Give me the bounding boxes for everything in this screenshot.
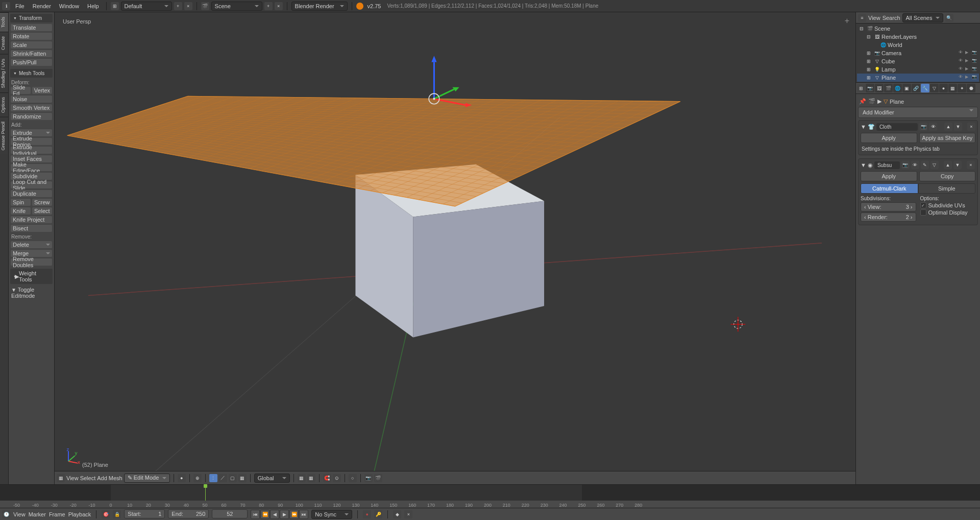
tab-texture[interactable]: ▦ (948, 84, 957, 92)
tab-grease[interactable]: Grease Pencil (0, 117, 8, 155)
tool-knife-project[interactable]: Knife Project (10, 216, 53, 224)
mod-render-icon[interactable]: 📷 (901, 161, 910, 169)
view-subdiv-field[interactable]: ‹ View:3 › (861, 202, 916, 211)
tool-scale[interactable]: Scale (10, 41, 53, 49)
tl-menu-view[interactable]: View (13, 511, 26, 517)
select-vert-icon[interactable]: ⋮ (209, 474, 217, 482)
select-icon[interactable]: ▶ (965, 75, 971, 81)
tab-layers[interactable]: 🖼 (875, 84, 884, 92)
mod-display-icon[interactable]: 👁 (911, 161, 919, 169)
tool-knife-select[interactable]: Select (32, 207, 53, 215)
mod-editmode-icon[interactable]: ✎ (921, 161, 929, 169)
tool-bisect[interactable]: Bisect (10, 224, 53, 232)
mode-dropdown[interactable]: ✎ Edit Mode (124, 474, 170, 483)
mod-delete-icon[interactable]: × (967, 161, 975, 169)
tool-push-pull[interactable]: Push/Pull (10, 58, 53, 66)
optimal-display-checkbox[interactable]: Optimal Display (920, 209, 976, 216)
tool-noise[interactable]: Noise (10, 95, 53, 103)
start-frame-field[interactable]: Start:1 (124, 509, 165, 518)
simple-button[interactable]: Simple (918, 183, 976, 194)
subdivide-uv-checkbox[interactable]: ✓Subdivide UVs (920, 202, 976, 208)
tree-item-world[interactable]: 🌐World (857, 41, 979, 49)
tool-rotate[interactable]: Rotate (10, 32, 53, 40)
layout-del-icon[interactable]: × (184, 2, 192, 10)
catmull-button[interactable]: Catmull-Clark (861, 183, 918, 194)
snap-icon[interactable]: 🧲 (323, 474, 331, 482)
tree-item-lamp[interactable]: ⊞💡Lamp👁▶📷 (857, 65, 979, 74)
tool-smooth-vertex[interactable]: Smooth Vertex (10, 104, 53, 112)
vp-menu-select[interactable]: Select (80, 475, 96, 481)
collapse-icon[interactable]: ▼ (861, 162, 866, 168)
timeline-canvas[interactable]: -50-40-30-20-100102030405060708090100110… (0, 485, 980, 508)
tool-make-edge-face[interactable]: Make Edge/Face (10, 163, 53, 172)
tab-data[interactable]: ▽ (930, 84, 939, 92)
pivot-icon[interactable]: ⊕ (193, 474, 202, 482)
vp-menu-view[interactable]: View (66, 475, 79, 481)
mod-up-icon[interactable]: ▲ (944, 161, 952, 169)
tab-options[interactable]: Options (0, 92, 8, 117)
vp-menu-add[interactable]: Add (97, 475, 107, 481)
vp-menu-mesh[interactable]: Mesh (109, 475, 122, 481)
select-icon[interactable]: ▶ (965, 66, 971, 73)
keying-set-icon[interactable]: 🔑 (374, 510, 382, 518)
tool-randomize[interactable]: Randomize (10, 112, 53, 121)
layout-add-icon[interactable]: + (174, 2, 182, 10)
mod-up-icon[interactable]: ▲ (944, 123, 952, 131)
play-rev-icon[interactable]: ◀ (270, 510, 279, 519)
apply-shape-button[interactable]: Apply as Shape Key (919, 133, 976, 143)
menu-render[interactable]: Render (30, 3, 54, 9)
modifier-name-field[interactable]: Cloth (876, 123, 918, 131)
render-subdiv-field[interactable]: ‹ Render:2 › (861, 212, 916, 222)
mod-render-icon[interactable]: 📷 (919, 123, 927, 131)
render-anim-icon[interactable]: 🎬 (374, 474, 382, 482)
orientation-dropdown[interactable]: Global (254, 474, 290, 483)
viewport-3d[interactable]: User Persp (52) Plane z x y + ▦ View Sel… (55, 12, 855, 484)
tree-item-cube[interactable]: ⊞▽Cube👁▶📷 (857, 57, 979, 65)
tool-duplicate[interactable]: Duplicate (10, 190, 53, 198)
editor-type-icon[interactable]: ℹ (2, 2, 10, 10)
tab-scene[interactable]: 🎬 (884, 84, 893, 92)
tab-constraints[interactable]: 🔗 (912, 84, 920, 92)
range-icon[interactable]: 🎯 (102, 510, 110, 518)
menu-help[interactable]: Help (84, 3, 102, 9)
limit-sel-icon[interactable]: ▦ (238, 474, 247, 482)
render-icon[interactable]: 📷 (972, 75, 978, 81)
render-icon[interactable]: 📷 (972, 58, 978, 64)
prop-edit-icon[interactable]: ○ (349, 474, 357, 482)
current-frame-field[interactable]: 52 (212, 509, 248, 518)
autokey-icon[interactable]: ● (363, 510, 371, 518)
add-modifier-button[interactable]: Add Modifier (858, 107, 978, 118)
outliner-search-icon[interactable]: 🔍 (945, 14, 953, 22)
keyframe-next-icon[interactable]: ⏩ (289, 510, 299, 519)
visibility-icon[interactable]: 👁 (959, 66, 965, 73)
outliner-editor-icon[interactable]: ≡ (858, 14, 866, 22)
modifier-name-field[interactable]: Subsu (874, 161, 900, 169)
tool-translate[interactable]: Translate (10, 23, 53, 32)
tree-item-renderlayers[interactable]: ⊟🖼RenderLayers (857, 33, 979, 41)
end-frame-field[interactable]: End:250 (168, 509, 209, 518)
tl-menu-playback[interactable]: Playback (68, 511, 91, 517)
jump-start-icon[interactable]: ⏮ (251, 510, 260, 519)
timeline-editor-icon[interactable]: 🕐 (2, 510, 10, 518)
copy-button[interactable]: Copy (919, 171, 976, 181)
tab-physics[interactable]: ⬣ (967, 84, 975, 92)
mod-display-icon[interactable]: 👁 (929, 123, 937, 131)
tool-extrude-individual[interactable]: Extrude Individual (10, 146, 53, 154)
tree-item-scene[interactable]: ⊟🎬Scene (857, 25, 979, 33)
tool-loop-cut-and-slide[interactable]: Loop Cut and Slide (10, 181, 53, 189)
scene-dropdown[interactable]: Scene (211, 2, 262, 11)
visibility-icon[interactable]: 👁 (959, 58, 965, 64)
tree-item-camera[interactable]: ⊞📷Camera👁▶📷 (857, 49, 979, 57)
tab-particles[interactable]: ✦ (958, 84, 966, 92)
tool-delete[interactable]: Delete (10, 241, 53, 249)
tree-item-plane[interactable]: ⊞▽Plane👁▶📷 (857, 74, 979, 82)
tool-slide-vertex[interactable]: Vertex (32, 86, 53, 94)
tl-menu-marker[interactable]: Marker (29, 511, 46, 517)
snap-type-icon[interactable]: ⊙ (333, 474, 341, 482)
transform-header[interactable]: Transform (10, 14, 53, 22)
layout-icon[interactable]: ⊞ (111, 2, 119, 10)
apply-button[interactable]: Apply (861, 133, 917, 143)
select-face-icon[interactable]: ▢ (229, 474, 237, 482)
play-icon[interactable]: ▶ (280, 510, 289, 519)
render-icon[interactable]: 📷 (972, 66, 978, 73)
